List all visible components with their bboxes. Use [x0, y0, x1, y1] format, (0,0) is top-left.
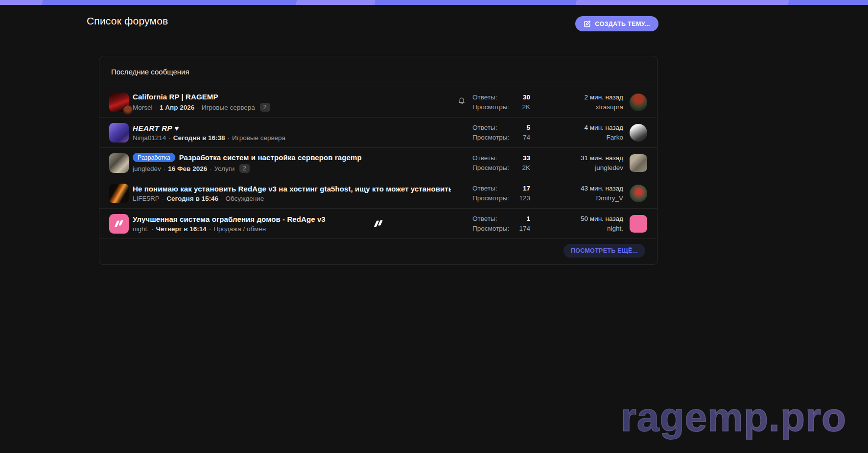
thread-row[interactable]: Не понимаю как установить RedAge v3 на х… [99, 178, 657, 208]
last-poster-link[interactable]: jungledev [530, 163, 623, 173]
thread-thumbnail-california[interactable] [109, 93, 129, 112]
views-label: Просмотры: [472, 102, 509, 112]
last-poster-link[interactable]: night. [530, 224, 623, 234]
last-post-time-link[interactable]: 2 мин. назад [530, 93, 623, 102]
thread-date: Сегодня в 15:46 [166, 195, 218, 202]
thread-meta: night. · Четверг в 16:14 · Продажа / обм… [133, 225, 451, 233]
meta-separator: · [209, 225, 211, 233]
loading-progress-bar [0, 0, 868, 5]
card-title: Последние сообщения [111, 68, 189, 76]
replies-value: 5 [526, 123, 530, 133]
meta-separator: · [228, 134, 230, 142]
last-post-block: 50 мин. назад night. [530, 214, 623, 234]
views-value: 2K [522, 163, 530, 173]
thread-title-link[interactable]: HEART RP ♥ [133, 124, 179, 132]
replies-value: 33 [523, 153, 530, 163]
last-poster-avatar[interactable] [630, 215, 647, 233]
views-value: 2K [522, 102, 530, 112]
thread-thumbnail-jungledev[interactable] [109, 153, 129, 173]
thread-stats: Ответы:33 Просмотры:2K [472, 153, 530, 173]
create-topic-button[interactable]: СОЗДАТЬ ТЕМУ... [575, 16, 658, 31]
thread-info: Улучшенная система ограбления домов - Re… [133, 215, 456, 233]
views-value: 74 [523, 133, 530, 143]
pencil-square-icon [584, 20, 591, 27]
thread-thumbnail-heart-rp[interactable] [109, 123, 129, 143]
thread-thumbnail-life5rp[interactable] [109, 184, 129, 203]
thread-info: HEART RP ♥ Ninja01214 · Сегодня в 16:38 … [133, 124, 456, 142]
last-post-time-link[interactable]: 31 мин. назад [530, 153, 623, 163]
thread-stats: Ответы:30 Просмотры:2K [472, 93, 530, 112]
last-post-block: 31 мин. назад jungledev [530, 153, 623, 173]
thread-author-link[interactable]: LIFE5RP [133, 195, 160, 202]
meta-separator: · [168, 134, 171, 142]
last-poster-avatar[interactable] [630, 185, 647, 202]
page-count-badge[interactable]: 2 [260, 103, 270, 112]
views-label: Просмотры: [472, 163, 509, 173]
thread-author-link[interactable]: night. [133, 225, 149, 233]
last-post-time-link[interactable]: 50 мин. назад [530, 214, 623, 224]
replies-value: 30 [523, 93, 530, 102]
last-poster-link[interactable]: Farko [530, 133, 623, 143]
thread-row[interactable]: Разработка Разработка систем и настройка… [99, 147, 657, 178]
thread-title-link[interactable]: Не понимаю как установить RedAge v3 на х… [133, 185, 451, 193]
views-label: Просмотры: [472, 133, 509, 143]
last-poster-avatar[interactable] [630, 94, 647, 111]
last-post-block: 4 мин. назад Farko [530, 123, 623, 143]
author-mini-avatar [122, 105, 133, 116]
views-value: 174 [519, 224, 530, 234]
thread-row[interactable]: California RP | RAGEMP Morsel · 1 Апр 20… [99, 87, 657, 117]
meta-separator: · [221, 195, 223, 202]
thread-category-link[interactable]: Обсуждение [225, 195, 264, 202]
thread-meta: LIFE5RP · Сегодня в 15:46 · Обсуждение [133, 195, 451, 202]
thread-meta: Morsel · 1 Апр 2026 · Игровые сервера 2 [133, 103, 451, 112]
last-poster-avatar[interactable] [630, 154, 647, 172]
page-title: Список форумов [87, 15, 168, 27]
thread-author-link[interactable]: Ninja01214 [133, 134, 166, 142]
replies-label: Ответы: [472, 214, 497, 224]
page-count-badge[interactable]: 2 [239, 164, 250, 173]
meta-separator: · [162, 195, 164, 202]
replies-label: Ответы: [472, 184, 497, 193]
bell-placeholder [456, 219, 468, 228]
last-poster-link[interactable]: Dmitry_V [530, 193, 623, 203]
thread-prefix-badge[interactable]: Разработка [133, 153, 175, 162]
thread-thumbnail-night[interactable] [109, 214, 129, 234]
thread-title-link[interactable]: Улучшенная система ограбления домов - Re… [133, 215, 326, 223]
replies-label: Ответы: [472, 123, 497, 133]
thread-category-link[interactable]: Игровые сервера [202, 104, 255, 111]
replies-label: Ответы: [472, 153, 497, 163]
thread-category-link[interactable]: Услуги [214, 165, 235, 172]
thread-category-link[interactable]: Продажа / обмен [213, 225, 266, 233]
thread-category-link[interactable]: Игровые сервера [232, 134, 285, 142]
thread-author-link[interactable]: Morsel [133, 104, 153, 111]
thread-row[interactable]: Улучшенная система ограбления домов - Re… [99, 208, 657, 238]
meta-separator: · [151, 225, 154, 233]
thread-stats: Ответы:17 Просмотры:123 [472, 184, 530, 203]
last-post-time-link[interactable]: 43 мин. назад [530, 184, 623, 193]
watched-thread-indicator[interactable] [456, 97, 468, 107]
last-poster-avatar[interactable] [630, 124, 647, 142]
bell-placeholder [456, 189, 468, 197]
views-label: Просмотры: [472, 193, 509, 203]
thread-author-link[interactable]: jungledev [133, 165, 161, 172]
views-label: Просмотры: [472, 224, 509, 234]
meta-separator: · [164, 165, 166, 172]
latest-posts-card: Последние сообщения California RP | RAGE… [99, 56, 657, 265]
views-value: 123 [519, 193, 530, 203]
last-post-time-link[interactable]: 4 мин. назад [530, 123, 623, 133]
card-header: Последние сообщения [99, 56, 657, 87]
thread-title-link[interactable]: California RP | RAGEMP [133, 93, 218, 101]
thread-title-link[interactable]: Разработка систем и настройка серверов r… [179, 153, 362, 162]
last-post-block: 43 мин. назад Dmitry_V [530, 184, 623, 203]
bell-icon [458, 97, 466, 107]
thread-date: Сегодня в 16:38 [173, 134, 225, 142]
thread-meta: jungledev · 16 Фев 2026 · Услуги 2 [133, 164, 451, 173]
thread-info: Разработка Разработка систем и настройка… [133, 153, 456, 173]
thread-date: Четверг в 16:14 [156, 225, 207, 233]
thread-row[interactable]: HEART RP ♥ Ninja01214 · Сегодня в 16:38 … [99, 117, 657, 147]
last-poster-link[interactable]: xtrasupra [530, 102, 623, 112]
thread-info: California RP | RAGEMP Morsel · 1 Апр 20… [133, 93, 456, 112]
meta-separator: · [210, 165, 212, 172]
thread-stats: Ответы:1 Просмотры:174 [472, 214, 530, 234]
view-more-button[interactable]: ПОСМОТРЕТЬ ЕЩЁ... [563, 244, 645, 258]
